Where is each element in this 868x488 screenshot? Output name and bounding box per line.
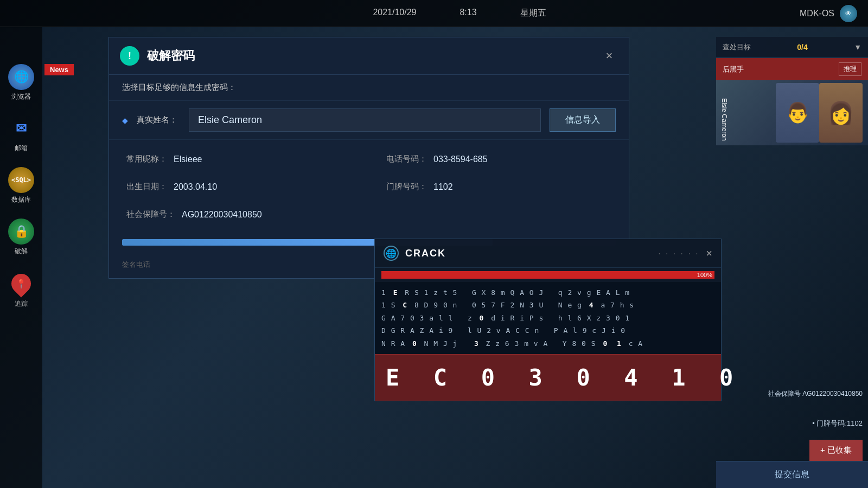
right-panel-header: 查处目标 0/4 ▼ [716,37,868,58]
topbar: 2021/10/29 8:13 星期五 MDK-OS 👁 [0,0,868,27]
target-label: 查处目标 [723,42,751,52]
crack-progress-bar: 100% [381,271,714,279]
sidebar-item-mail[interactable]: ✉ 邮箱 [0,111,42,157]
info-grid: 常用昵称： Elsieee 电话号码： 033-8594-685 出生日期： 2… [109,140,629,234]
crack-title-bar: 🌐 CRACK · · · · · · × [375,239,721,268]
track-pin-icon: 📍 [8,270,35,298]
system-name: MDK-OS [800,9,834,18]
dialog-bottom-text: 签名电话 [122,260,150,269]
dialog-subtitle: 选择目标足够的信息生成密码： [109,75,629,101]
database-label: 数据库 [11,195,31,204]
import-button[interactable]: 信息导入 [550,108,616,132]
topbar-right: MDK-OS 👁 [800,5,857,22]
birthday-cell: 出生日期： 2003.04.10 [109,173,369,201]
door-label: 门牌号码： [386,182,427,192]
nickname-cell: 常用昵称： Elsieee [109,145,369,173]
crack-progress-pct: 100% [697,272,712,278]
char-avatar-2: 👨 [776,83,819,143]
dialog-title: 破解密码 [147,48,593,64]
crack-dialog: 🌐 CRACK · · · · · · × 100% 1 E R S 1 z t… [374,239,722,401]
crack-result: E C 0 3 0 4 1 0 [375,354,721,401]
culprit-text: 后黑手 [723,65,744,74]
collected-button[interactable]: + 已收集 [809,440,863,461]
time-display: 8:13 [459,8,476,19]
ssn-label: 社会保障号： [126,209,175,220]
matrix-row-1: 1 S C 8 D 9 0 n 0 5 7 F 2 N 3 U N e g 4 … [381,299,714,311]
right-panel: 查处目标 0/4 ▼ 后黑手 推理 👩 👨 Elsie Cameron [716,37,868,145]
sidebar-item-track[interactable]: 📍 追踪 [0,266,42,313]
sidebar-item-crack[interactable]: 🔒 破解 [0,214,42,260]
matrix-row-0: 1 E R S 1 z t 5 G X 8 m Q A O J q 2 v g … [381,286,714,299]
news-badge[interactable]: News [44,64,74,75]
door-value: 1102 [433,182,453,192]
ssn-overlay: 社会保障号 AG01220030410850 [768,389,863,399]
crack-title: CRACK [405,248,652,259]
diamond-icon: ◆ [122,116,128,125]
matrix-row-4: N R A 0 N M J j 3 Z z 6 3 m v A Y 8 0 S … [381,337,714,350]
matrix-row-3: D G R A Z A i 9 l U 2 v A C C n P A l 9 … [381,324,714,337]
mail-icon: ✉ [8,115,34,142]
sidebar-item-browser[interactable]: 🌐 浏览器 [0,60,42,106]
address-overlay: • 门牌号码:1102 [812,419,863,428]
name-row: ◆ 真实姓名： 信息导入 [109,101,629,140]
expand-icon[interactable]: ▼ [854,43,861,52]
door-cell: 门牌号码： 1102 [369,173,629,201]
nickname-label: 常用昵称： [126,154,167,164]
birthday-label: 出生日期： [126,182,167,192]
date-display: 2021/10/29 [373,8,416,19]
ssn-cell: 社会保障号： AG01220030410850 [109,201,629,228]
reasoning-button[interactable]: 推理 [839,62,861,76]
phone-value: 033-8594-685 [433,155,488,164]
dialog-close-button[interactable]: × [601,47,618,65]
crack-progress-area: 100% [375,268,721,282]
mail-label: 邮箱 [15,144,28,153]
phone-cell: 电话号码： 033-8594-685 [369,145,629,173]
sidebar-item-database[interactable]: <SQL> 数据库 [0,163,42,209]
crack-close-button[interactable]: × [706,247,712,260]
culprit-bar: 后黑手 推理 [716,58,868,80]
day-display: 星期五 [520,8,546,19]
crack-result-chars: E C 0 3 0 4 1 0 [386,364,735,391]
crack-label: 破解 [15,247,28,256]
browser-label: 浏览器 [11,92,31,101]
crack-matrix: 1 E R S 1 z t 5 G X 8 m Q A O J q 2 v g … [375,282,721,354]
char-card-bg: 👩 👨 Elsie Cameron [716,80,868,145]
sidebar: News 🌐 浏览器 ✉ 邮箱 <SQL> 数据库 🔒 破解 📍 追踪 [0,27,42,488]
browser-icon: 🌐 [8,64,34,90]
track-label: 追踪 [15,299,28,309]
crack-globe-icon: 🌐 [384,246,399,261]
char-card-name: Elsie Cameron [720,98,728,141]
avatar-icon[interactable]: 👁 [840,5,857,22]
birthday-value: 2003.04.10 [174,182,217,192]
topbar-center: 2021/10/29 8:13 星期五 [373,8,546,19]
real-name-input[interactable] [189,108,541,132]
database-icon: <SQL> [8,167,34,193]
dialog-title-bar: ! 破解密码 × [109,37,629,75]
crack-dots: · · · · · · [659,249,700,258]
character-card: 👩 👨 Elsie Cameron [716,80,868,145]
address-hint: • 门牌号码:1102 [812,419,863,428]
alert-icon: ! [120,46,139,66]
ssn-hint-text: 社会保障号 AG01220030410850 [768,390,863,397]
real-name-label: 真实姓名： [137,115,180,125]
nickname-value: Elsieee [174,155,202,164]
crack-icon: 🔒 [8,219,34,245]
ssn-value: AG01220030410850 [182,210,262,220]
phone-label: 电话号码： [386,154,427,164]
matrix-row-2: G A 7 0 3 a l l z 0 d i R i P s h l 6 X … [381,312,714,324]
target-count: 0/4 [797,43,807,52]
submit-button[interactable]: 提交信息 [716,461,868,488]
char-avatar: 👩 [819,83,863,143]
